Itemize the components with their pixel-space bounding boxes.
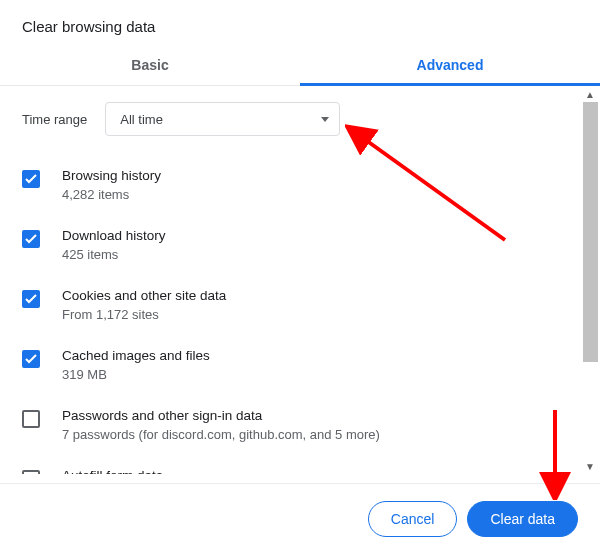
option-texts: Cookies and other site dataFrom 1,172 si… bbox=[62, 288, 226, 322]
option-row: Passwords and other sign-in data7 passwo… bbox=[22, 400, 556, 460]
checkbox[interactable] bbox=[22, 230, 40, 248]
option-subtitle: 7 passwords (for discord.com, github.com… bbox=[62, 427, 380, 442]
option-title: Autofill form data bbox=[62, 468, 163, 474]
option-row: Cached images and files319 MB bbox=[22, 340, 556, 400]
option-texts: Passwords and other sign-in data7 passwo… bbox=[62, 408, 380, 442]
chevron-down-icon bbox=[321, 117, 329, 122]
dialog-footer: Cancel Clear data bbox=[0, 483, 600, 553]
option-texts: Autofill form data bbox=[62, 468, 163, 474]
option-texts: Download history425 items bbox=[62, 228, 166, 262]
checkbox[interactable] bbox=[22, 290, 40, 308]
option-row: Browsing history4,282 items bbox=[22, 160, 556, 220]
option-title: Browsing history bbox=[62, 168, 161, 183]
option-subtitle: 319 MB bbox=[62, 367, 210, 382]
option-row: Cookies and other site dataFrom 1,172 si… bbox=[22, 280, 556, 340]
option-title: Download history bbox=[62, 228, 166, 243]
cancel-button[interactable]: Cancel bbox=[368, 501, 458, 537]
checkbox[interactable] bbox=[22, 410, 40, 428]
scroll-down-icon[interactable]: ▼ bbox=[582, 458, 598, 474]
time-range-select[interactable]: All time bbox=[105, 102, 340, 136]
option-subtitle: 425 items bbox=[62, 247, 166, 262]
scroll-area: Time range All time Browsing history4,28… bbox=[0, 86, 600, 474]
checkbox[interactable] bbox=[22, 170, 40, 188]
scroll-up-icon[interactable]: ▲ bbox=[582, 86, 598, 102]
clear-data-button[interactable]: Clear data bbox=[467, 501, 578, 537]
tab-basic-label: Basic bbox=[131, 57, 168, 73]
checkbox[interactable] bbox=[22, 350, 40, 368]
checkbox[interactable] bbox=[22, 470, 40, 474]
scroll-thumb[interactable] bbox=[583, 102, 598, 362]
tab-advanced[interactable]: Advanced bbox=[300, 47, 600, 85]
option-texts: Browsing history4,282 items bbox=[62, 168, 161, 202]
option-subtitle: From 1,172 sites bbox=[62, 307, 226, 322]
time-range-row: Time range All time bbox=[22, 102, 556, 136]
option-title: Cached images and files bbox=[62, 348, 210, 363]
vertical-scrollbar[interactable]: ▲ ▼ bbox=[582, 86, 598, 474]
dialog-title: Clear browsing data bbox=[0, 0, 600, 47]
option-subtitle: 4,282 items bbox=[62, 187, 161, 202]
option-title: Passwords and other sign-in data bbox=[62, 408, 380, 423]
option-row: Download history425 items bbox=[22, 220, 556, 280]
time-range-label: Time range bbox=[22, 112, 87, 127]
cancel-button-label: Cancel bbox=[391, 511, 435, 527]
option-row: Autofill form data bbox=[22, 460, 556, 474]
clear-data-button-label: Clear data bbox=[490, 511, 555, 527]
tab-advanced-label: Advanced bbox=[417, 57, 484, 73]
time-range-value: All time bbox=[120, 112, 163, 127]
dialog-content: Time range All time Browsing history4,28… bbox=[0, 86, 578, 474]
clear-browsing-data-dialog: Clear browsing data Basic Advanced Time … bbox=[0, 0, 600, 553]
option-title: Cookies and other site data bbox=[62, 288, 226, 303]
tab-bar: Basic Advanced bbox=[0, 47, 600, 86]
tab-basic[interactable]: Basic bbox=[0, 47, 300, 85]
option-texts: Cached images and files319 MB bbox=[62, 348, 210, 382]
